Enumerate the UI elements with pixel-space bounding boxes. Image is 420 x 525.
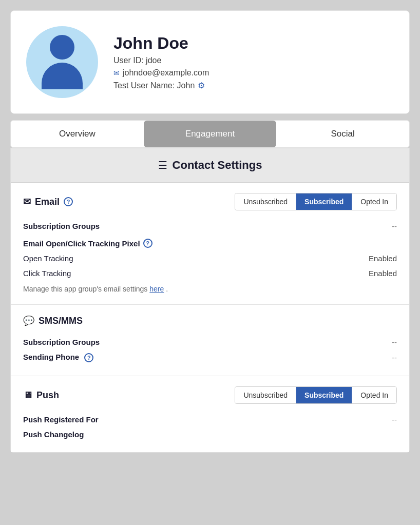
click-tracking-label: Click Tracking	[23, 269, 71, 278]
email-title-row: ✉ Email ? Unsubscribed Subscribed Opted …	[23, 193, 397, 210]
tracking-title: Email Open/Click Tracking Pixel ?	[23, 239, 397, 248]
settings-inner: ✉ Email ? Unsubscribed Subscribed Opted …	[11, 183, 409, 452]
push-registered-label: Push Registered For	[23, 415, 99, 424]
tab-overview[interactable]: Overview	[11, 121, 144, 147]
avatar	[26, 26, 98, 98]
push-title-row: 🖥 Push Unsubscribed Subscribed Opted In	[23, 386, 397, 404]
page-container: John Doe User ID: jdoe ✉ johndoe@example…	[10, 10, 410, 515]
profile-info: John Doe User ID: jdoe ✉ johndoe@example…	[113, 34, 209, 90]
push-section: 🖥 Push Unsubscribed Subscribed Opted In …	[11, 376, 409, 452]
open-tracking-row: Open Tracking Enabled	[23, 251, 397, 266]
profile-email: ✉ johndoe@example.com	[113, 68, 209, 77]
push-toggle-unsubscribed[interactable]: Unsubscribed	[235, 387, 296, 403]
subscription-groups-value: --	[392, 222, 397, 230]
envelope-icon: ✉	[113, 69, 120, 77]
profile-card: John Doe User ID: jdoe ✉ johndoe@example…	[10, 10, 410, 114]
push-changelog-label: Push Changelog	[23, 430, 84, 439]
sms-subscription-groups-label: Subscription Groups	[23, 338, 100, 346]
push-toggle-optedin[interactable]: Opted In	[352, 387, 396, 403]
tab-social[interactable]: Social	[276, 121, 409, 147]
list-icon: ☰	[158, 159, 167, 171]
email-toggle-subscribed[interactable]: Subscribed	[296, 193, 352, 210]
sms-section: 💬 SMS/MMS Subscription Groups -- Sending…	[11, 305, 409, 376]
tabs-bar: Overview Engagement Social	[10, 120, 410, 148]
click-tracking-row: Click Tracking Enabled	[23, 266, 397, 281]
manage-row: Manage this app group's email settings h…	[23, 281, 397, 294]
sms-subscription-groups-value: --	[392, 338, 397, 346]
email-icon: ✉	[23, 196, 31, 207]
email-section-title: ✉ Email ?	[23, 196, 73, 207]
open-tracking-value: Enabled	[369, 254, 397, 263]
sms-section-title: 💬 SMS/MMS	[23, 315, 83, 326]
sms-title-row: 💬 SMS/MMS	[23, 315, 397, 326]
sms-icon: 💬	[23, 315, 34, 326]
tab-engagement[interactable]: Engagement	[144, 121, 277, 147]
click-tracking-value: Enabled	[369, 269, 397, 278]
email-toggle-optedin[interactable]: Opted In	[352, 193, 396, 210]
manage-here-link[interactable]: here	[149, 285, 164, 293]
avatar-body	[42, 63, 83, 89]
profile-userid: User ID: jdoe	[113, 56, 209, 65]
subscription-groups-row: Subscription Groups --	[23, 219, 397, 234]
sms-subscription-groups-row: Subscription Groups --	[23, 335, 397, 349]
push-registered-row: Push Registered For --	[23, 412, 397, 427]
open-tracking-label: Open Tracking	[23, 254, 73, 263]
contact-settings-header: ☰ Contact Settings	[11, 148, 409, 183]
tabs-and-content: Overview Engagement Social ☰ Contact Set…	[10, 120, 410, 453]
subscription-groups-label: Subscription Groups	[23, 222, 100, 230]
sending-phone-value: --	[392, 353, 397, 362]
email-section: ✉ Email ? Unsubscribed Subscribed Opted …	[11, 183, 409, 305]
push-section-title: 🖥 Push	[23, 390, 59, 401]
push-icon: 🖥	[23, 390, 32, 401]
gear-icon[interactable]: ⚙	[198, 81, 205, 90]
sending-phone-help-icon[interactable]: ?	[84, 353, 93, 362]
tracking-help-icon[interactable]: ?	[143, 239, 152, 248]
push-toggle-subscribed[interactable]: Subscribed	[296, 387, 352, 403]
contact-settings-title: Contact Settings	[173, 159, 262, 172]
push-registered-value: --	[392, 415, 397, 424]
email-help-icon[interactable]: ?	[64, 197, 73, 206]
push-toggle-group: Unsubscribed Subscribed Opted In	[235, 386, 397, 404]
email-toggle-unsubscribed[interactable]: Unsubscribed	[235, 193, 296, 210]
sending-phone-row: Sending Phone ? --	[23, 349, 397, 365]
profile-name: John Doe	[113, 34, 209, 53]
avatar-head	[50, 35, 74, 60]
email-toggle-group: Unsubscribed Subscribed Opted In	[235, 193, 397, 210]
content-area: ☰ Contact Settings ✉ Email ? Unsubscribe…	[10, 148, 410, 453]
sending-phone-label: Sending Phone ?	[23, 353, 93, 362]
profile-testuser: Test User Name: John ⚙	[113, 81, 209, 90]
push-changelog-row: Push Changelog	[23, 427, 397, 442]
